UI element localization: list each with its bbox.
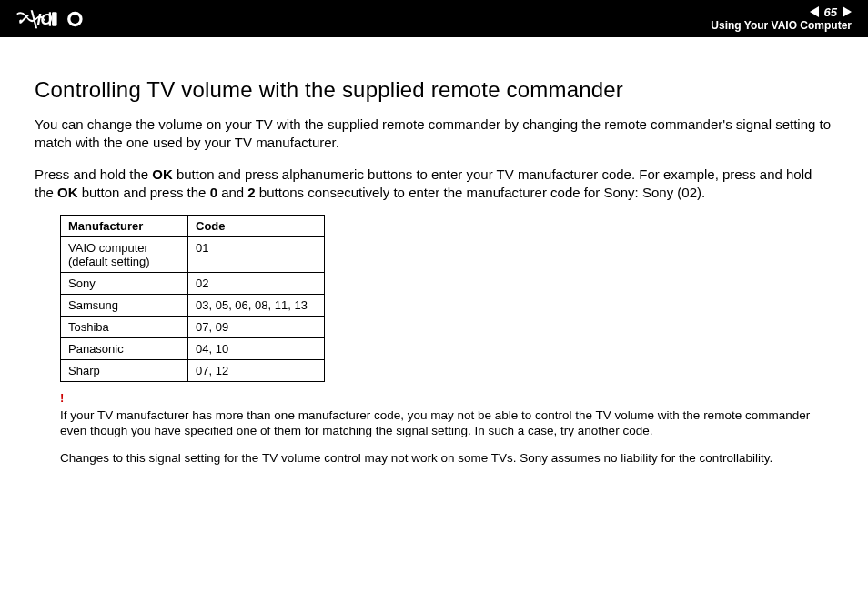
table-row: Sharp07, 12 (61, 360, 325, 382)
page-title: Controlling TV volume with the supplied … (35, 77, 833, 103)
warning-text-2: Changes to this signal setting for the T… (60, 450, 833, 467)
warning-icon: ! (60, 391, 833, 407)
prev-page-icon[interactable] (810, 6, 819, 17)
table-row: Samsung03, 05, 06, 08, 11, 13 (61, 295, 325, 317)
table-header-row: Manufacturer Code (61, 216, 325, 237)
table-row: Sony02 (61, 273, 325, 295)
vaio-logo: ✓╲IO (11, 9, 111, 29)
page-navigator: 65 (810, 5, 852, 20)
col-manufacturer: Manufacturer (61, 216, 188, 237)
instruction-paragraph: Press and hold the OK button and press a… (35, 166, 833, 203)
next-page-icon[interactable] (843, 6, 852, 17)
page-content: Controlling TV volume with the supplied … (0, 37, 868, 467)
cell-code: 07, 09 (188, 317, 325, 338)
warning-text-1: If your TV manufacturer has more than on… (60, 407, 833, 439)
cell-manufacturer: VAIO computer (default setting) (61, 237, 188, 273)
cell-manufacturer: Panasonic (61, 338, 188, 360)
cell-code: 02 (188, 273, 325, 295)
cell-code: 03, 05, 06, 08, 11, 13 (188, 295, 325, 317)
text: buttons consecutively to enter the manuf… (256, 185, 705, 200)
cell-manufacturer: Sharp (61, 360, 188, 382)
text: and (217, 185, 247, 200)
header-bar: ✓╲IO 65 Using Your VAIO Computer (0, 0, 868, 37)
svg-rect-0 (52, 12, 57, 25)
svg-text:✓╲IO: ✓╲IO (16, 9, 53, 28)
cell-manufacturer: Sony (61, 273, 188, 295)
table-row: Panasonic04, 10 (61, 338, 325, 360)
cell-code: 04, 10 (188, 338, 325, 360)
cell-manufacturer: Samsung (61, 295, 188, 317)
intro-paragraph: You can change the volume on your TV wit… (35, 116, 833, 153)
text: Press and hold the (35, 166, 152, 182)
table-row: Toshiba07, 09 (61, 317, 325, 338)
table-body: VAIO computer (default setting)01 Sony02… (61, 237, 325, 382)
col-code: Code (188, 216, 325, 237)
ok-button-ref: OK (152, 166, 173, 182)
two-button-ref: 2 (247, 185, 255, 200)
cell-code: 01 (188, 237, 325, 273)
cell-manufacturer: Toshiba (61, 317, 188, 338)
manufacturer-code-table: Manufacturer Code VAIO computer (default… (60, 215, 325, 382)
cell-code: 07, 12 (188, 360, 325, 382)
warning-block: ! If your TV manufacturer has more than … (60, 391, 833, 467)
svg-point-2 (70, 15, 79, 24)
text: button and press the (78, 185, 210, 200)
zero-button-ref: 0 (210, 185, 217, 200)
section-title: Using Your VAIO Computer (711, 19, 852, 32)
header-right: 65 Using Your VAIO Computer (711, 5, 852, 33)
table-row: VAIO computer (default setting)01 (61, 237, 325, 273)
page-number: 65 (824, 5, 837, 20)
ok-button-ref: OK (57, 185, 78, 200)
